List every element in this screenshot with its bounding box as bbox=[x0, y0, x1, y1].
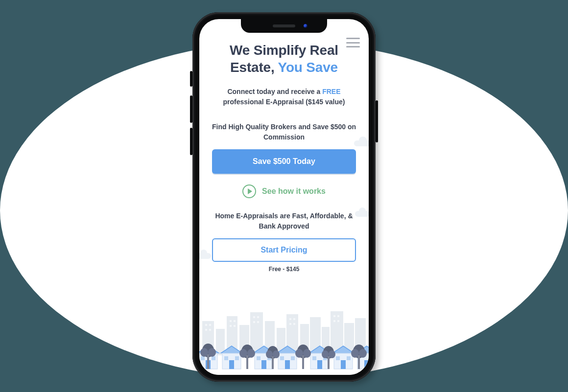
phone-notch bbox=[241, 19, 327, 33]
page-title: We Simplify Real Estate, You Save bbox=[209, 42, 359, 76]
phone-screen: We Simplify Real Estate, You Save Connec… bbox=[199, 19, 369, 375]
save-today-button[interactable]: Save $500 Today bbox=[212, 149, 356, 174]
how-it-works-link[interactable]: See how it works bbox=[242, 184, 326, 198]
appraisal-teaser: Home E-Appraisals are Fast, Affordable, … bbox=[209, 211, 359, 231]
headline-accent: You Save bbox=[278, 60, 338, 75]
phone-mockup: We Simplify Real Estate, You Save Connec… bbox=[192, 12, 376, 382]
menu-button[interactable] bbox=[346, 38, 360, 47]
free-badge: FREE bbox=[322, 88, 340, 95]
broker-teaser: Find High Quality Brokers and Save $500 … bbox=[209, 122, 359, 142]
start-pricing-button[interactable]: Start Pricing bbox=[212, 238, 356, 262]
price-label: Free - $145 bbox=[269, 266, 300, 273]
video-link-label: See how it works bbox=[262, 187, 326, 196]
subheadline: Connect today and receive a FREE profess… bbox=[209, 87, 359, 107]
hamburger-icon bbox=[346, 38, 360, 39]
play-icon bbox=[242, 184, 256, 198]
